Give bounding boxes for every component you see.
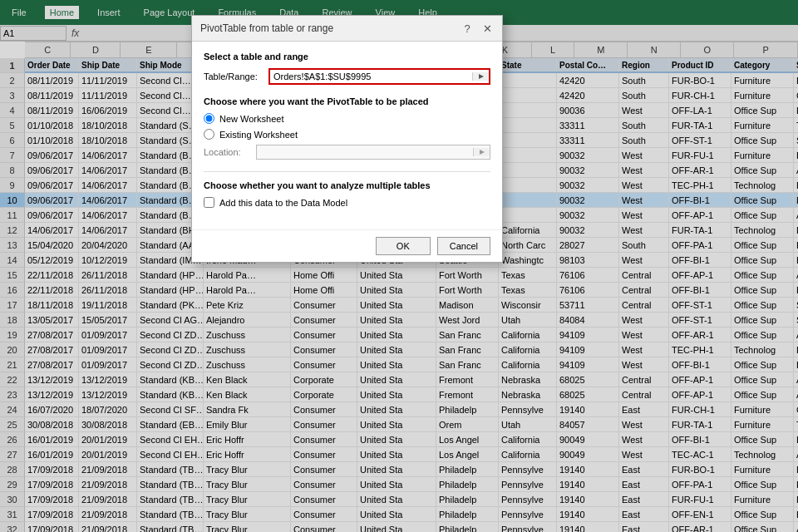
add-data-model-option: Add this data to the Data Model: [204, 197, 490, 208]
new-worksheet-radio[interactable]: [204, 113, 214, 124]
add-data-model-checkbox[interactable]: [204, 197, 214, 208]
table-range-label: Table/Range:: [204, 71, 262, 81]
location-input-wrap: [256, 145, 490, 160]
dialog-footer: OK Cancel: [192, 229, 502, 262]
svg-marker-0: [479, 74, 484, 79]
dialog-close-button[interactable]: ✕: [480, 22, 494, 35]
multiple-tables-section: Choose whether you want to analyze multi…: [204, 171, 490, 208]
ok-button[interactable]: OK: [376, 237, 431, 255]
new-worksheet-label[interactable]: New Worksheet: [219, 114, 283, 124]
svg-marker-1: [480, 150, 485, 155]
location-collapse-button[interactable]: [473, 148, 490, 156]
table-range-collapse-button[interactable]: [472, 72, 489, 81]
table-range-input[interactable]: [270, 70, 472, 83]
dialog-titlebar-icons: ? ✕: [461, 22, 494, 35]
new-worksheet-option: New Worksheet: [204, 113, 490, 124]
location-input[interactable]: [257, 145, 473, 159]
location-label: Location:: [204, 147, 249, 157]
select-table-title: Select a table and range: [204, 52, 490, 62]
dialog-title: PivotTable from table or range: [200, 22, 333, 34]
placement-section: Choose where you want the PivotTable to …: [204, 96, 490, 160]
location-collapse-icon: [478, 148, 486, 156]
existing-worksheet-option: Existing Worksheet: [204, 129, 490, 140]
collapse-icon: [477, 72, 485, 81]
cancel-button[interactable]: Cancel: [437, 237, 490, 255]
pivottable-dialog: PivotTable from table or range ? ✕ Selec…: [191, 15, 503, 263]
table-range-input-wrap: [268, 68, 490, 85]
table-range-row: Table/Range:: [204, 68, 490, 85]
multiple-tables-title: Choose whether you want to analyze multi…: [204, 180, 490, 190]
placement-title: Choose where you want the PivotTable to …: [204, 96, 490, 106]
dialog-titlebar: PivotTable from table or range ? ✕: [192, 16, 502, 42]
dialog-body: Select a table and range Table/Range: Ch…: [192, 42, 502, 229]
existing-worksheet-label[interactable]: Existing Worksheet: [219, 130, 298, 140]
add-data-model-label[interactable]: Add this data to the Data Model: [219, 198, 347, 208]
location-row: Location:: [204, 145, 490, 160]
existing-worksheet-radio[interactable]: [204, 129, 214, 140]
dialog-help-button[interactable]: ?: [461, 22, 474, 35]
